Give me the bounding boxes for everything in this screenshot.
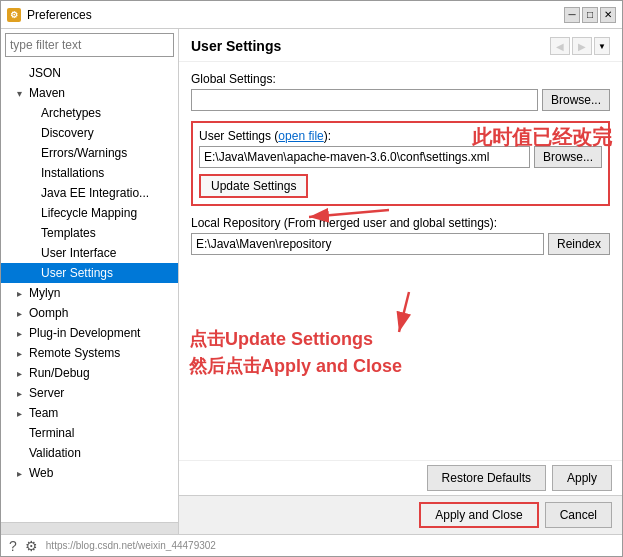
back-button[interactable]: ◀ [550, 37, 570, 55]
sidebar-item-server[interactable]: ▸Server [1, 383, 178, 403]
oomph-arrow-icon: ▸ [17, 308, 29, 319]
sidebar-item-web[interactable]: ▸Web [1, 463, 178, 483]
footer-url: https://blog.csdn.net/weixin_44479302 [46, 540, 216, 551]
plug-in-development-arrow-icon: ▸ [17, 328, 29, 339]
open-file-link[interactable]: open file [278, 129, 323, 143]
annotation-line3: 然后点击Apply and Close [189, 353, 402, 380]
sidebar-item-json[interactable]: JSON [1, 63, 178, 83]
maven-arrow-icon: ▾ [17, 88, 29, 99]
user-settings-label: User Settings (open file): [199, 129, 602, 143]
main-content: JSON▾Maven Archetypes Discovery Errors/W… [1, 29, 622, 534]
user-settings-browse-button[interactable]: Browse... [534, 146, 602, 168]
restore-defaults-button[interactable]: Restore Defaults [427, 465, 546, 491]
local-repo-input[interactable] [191, 233, 544, 255]
sidebar-item-remote-systems[interactable]: ▸Remote Systems [1, 343, 178, 363]
minimize-button[interactable]: ─ [564, 7, 580, 23]
sidebar-item-maven[interactable]: ▾Maven [1, 83, 178, 103]
sidebar-item-label: User Settings [41, 266, 113, 280]
window-controls: ─ □ ✕ [564, 7, 616, 23]
sidebar-item-label: Terminal [29, 426, 74, 440]
forward-button[interactable]: ▶ [572, 37, 592, 55]
panel-title: User Settings [191, 38, 281, 54]
run-debug-arrow-icon: ▸ [17, 368, 29, 379]
sidebar-item-run-debug[interactable]: ▸Run/Debug [1, 363, 178, 383]
sidebar-item-label: Java EE Integratio... [41, 186, 149, 200]
sidebar-item-label: JSON [29, 66, 61, 80]
sidebar-item-errors-warnings[interactable]: Errors/Warnings [1, 143, 178, 163]
window-icon: ⚙ [7, 8, 21, 22]
sidebar-item-lifecycle-mapping[interactable]: Lifecycle Mapping [1, 203, 178, 223]
local-repo-label: Local Repository (From merged user and g… [191, 216, 610, 230]
panel-header: User Settings ◀ ▶ ▼ [179, 29, 622, 62]
annotation-line2: 点击Update Settiongs [189, 326, 402, 353]
sidebar-item-label: Web [29, 466, 53, 480]
search-input[interactable] [5, 33, 174, 57]
global-settings-input-row: Browse... [191, 89, 610, 111]
sidebar-item-label: Team [29, 406, 58, 420]
apply-button[interactable]: Apply [552, 465, 612, 491]
user-settings-group: User Settings (open file): Browse... Upd… [191, 121, 610, 206]
maximize-button[interactable]: □ [582, 7, 598, 23]
sidebar-item-discovery[interactable]: Discovery [1, 123, 178, 143]
sidebar-item-installations[interactable]: Installations [1, 163, 178, 183]
sidebar-item-label: Remote Systems [29, 346, 120, 360]
mylyn-arrow-icon: ▸ [17, 288, 29, 299]
apply-and-close-button[interactable]: Apply and Close [419, 502, 538, 528]
sidebar-item-label: Discovery [41, 126, 94, 140]
bottom-bar: Apply and Close Cancel [179, 495, 622, 534]
preferences-window: ⚙ Preferences ─ □ ✕ JSON▾Maven Archetype… [0, 0, 623, 557]
sidebar-item-label: Validation [29, 446, 81, 460]
sidebar-item-label: Errors/Warnings [41, 146, 127, 160]
global-settings-group: Global Settings: Browse... [191, 72, 610, 111]
sidebar: JSON▾Maven Archetypes Discovery Errors/W… [1, 29, 179, 534]
remote-systems-arrow-icon: ▸ [17, 348, 29, 359]
reindex-button[interactable]: Reindex [548, 233, 610, 255]
sidebar-item-label: Templates [41, 226, 96, 240]
local-repo-group: Local Repository (From merged user and g… [191, 216, 610, 255]
tree-area[interactable]: JSON▾Maven Archetypes Discovery Errors/W… [1, 61, 178, 522]
sidebar-item-templates[interactable]: Templates [1, 223, 178, 243]
local-repo-input-row: Reindex [191, 233, 610, 255]
close-button[interactable]: ✕ [600, 7, 616, 23]
sidebar-item-team[interactable]: ▸Team [1, 403, 178, 423]
apply-row: Restore Defaults Apply [179, 460, 622, 495]
server-arrow-icon: ▸ [17, 388, 29, 399]
help-icon[interactable]: ? [9, 538, 17, 554]
sidebar-item-user-interface[interactable]: User Interface [1, 243, 178, 263]
sidebar-item-user-settings[interactable]: User Settings [1, 263, 178, 283]
global-settings-label: Global Settings: [191, 72, 610, 86]
sidebar-item-label: Oomph [29, 306, 68, 320]
sidebar-item-label: Archetypes [41, 106, 101, 120]
sidebar-item-label: User Interface [41, 246, 116, 260]
nav-dropdown-button[interactable]: ▼ [594, 37, 610, 55]
footer-bar: ? ⚙ https://blog.csdn.net/weixin_4447930… [1, 534, 622, 556]
sidebar-item-oomph[interactable]: ▸Oomph [1, 303, 178, 323]
sidebar-item-label: Run/Debug [29, 366, 90, 380]
panel-body: Global Settings: Browse... User Settings… [179, 62, 622, 460]
svg-line-3 [399, 292, 409, 332]
nav-buttons: ◀ ▶ ▼ [550, 37, 610, 55]
search-box [5, 33, 174, 57]
sidebar-item-label: Mylyn [29, 286, 60, 300]
settings-icon[interactable]: ⚙ [25, 538, 38, 554]
sidebar-scrollbar[interactable] [1, 522, 178, 534]
sidebar-item-label: Maven [29, 86, 65, 100]
user-settings-input-row: Browse... [199, 146, 602, 168]
team-arrow-icon: ▸ [17, 408, 29, 419]
right-panel: User Settings ◀ ▶ ▼ Global Settings: Bro… [179, 29, 622, 534]
update-settings-button[interactable]: Update Settings [199, 174, 308, 198]
sidebar-item-terminal[interactable]: Terminal [1, 423, 178, 443]
sidebar-item-mylyn[interactable]: ▸Mylyn [1, 283, 178, 303]
sidebar-item-label: Installations [41, 166, 104, 180]
sidebar-item-java-ee-integration[interactable]: Java EE Integratio... [1, 183, 178, 203]
sidebar-item-archetypes[interactable]: Archetypes [1, 103, 178, 123]
sidebar-item-validation[interactable]: Validation [1, 443, 178, 463]
global-settings-browse-button[interactable]: Browse... [542, 89, 610, 111]
web-arrow-icon: ▸ [17, 468, 29, 479]
user-settings-input[interactable] [199, 146, 530, 168]
sidebar-item-plug-in-development[interactable]: ▸Plug-in Development [1, 323, 178, 343]
cancel-button[interactable]: Cancel [545, 502, 612, 528]
sidebar-item-label: Server [29, 386, 64, 400]
global-settings-input[interactable] [191, 89, 538, 111]
window-title: Preferences [27, 8, 564, 22]
